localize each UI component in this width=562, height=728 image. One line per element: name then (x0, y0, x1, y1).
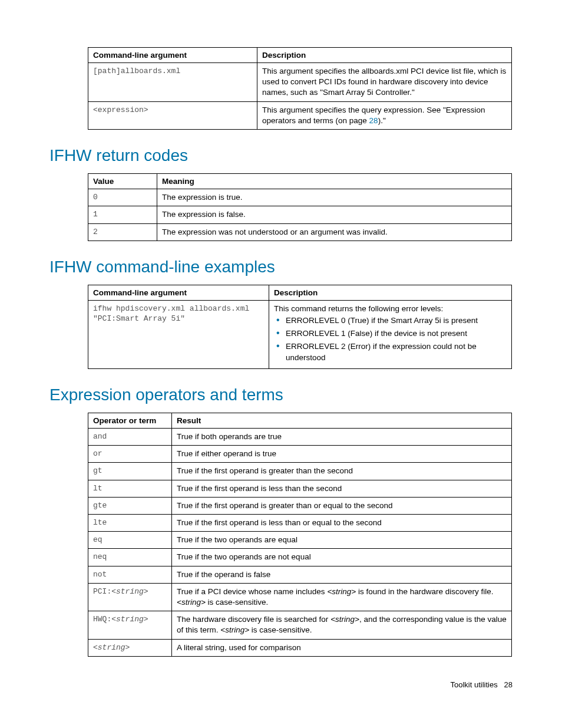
meaning-cell: The expression was not understood or an … (157, 223, 512, 241)
table-row: HWQ:<string> The hardware discovery file… (88, 611, 512, 639)
page-link[interactable]: 28 (369, 116, 378, 125)
desc-cell: This argument specifies the allboards.xm… (257, 63, 512, 102)
footer-page-number: 28 (504, 680, 513, 689)
op-cell: gt (88, 463, 172, 480)
table-header: Value (88, 174, 157, 189)
table-header: Meaning (157, 174, 512, 189)
op-cell: neq (88, 549, 172, 566)
operators-table: Operator or term Result andTrue if both … (88, 413, 512, 657)
return-codes-table: Value Meaning 0 The expression is true. … (88, 173, 512, 241)
op-cell: not (88, 566, 172, 583)
table-row: lteTrue if the first operand is less tha… (88, 514, 512, 531)
res-cell: True if the first operand is less than t… (172, 480, 512, 497)
table-header: Command-line argument (88, 48, 257, 63)
section-heading-operators: Expression operators and terms (49, 386, 513, 404)
res-cell: True if the first operand is less than o… (172, 514, 512, 531)
error-levels-list: ERRORLEVEL 0 (True) if the Smart Array 5… (274, 315, 507, 363)
desc-cell: This argument specifies the query expres… (257, 101, 512, 129)
meaning-cell: The expression is true. (157, 189, 512, 206)
table-header: Result (172, 413, 512, 428)
table-row: notTrue if the operand is false (88, 566, 512, 583)
table-row: ltTrue if the first operand is less than… (88, 480, 512, 497)
table-row: <string> A literal string, used for comp… (88, 639, 512, 656)
table-row: neqTrue if the two operands are not equa… (88, 549, 512, 566)
table-header: Description (269, 285, 512, 300)
op-cell: <string> (88, 639, 172, 656)
section-heading-cli-examples: IFHW command-line examples (49, 258, 513, 276)
op-italic: <string> (111, 615, 148, 624)
res-cell: A literal string, used for comparison (172, 639, 512, 656)
res-italic: <string> (327, 587, 356, 596)
desc-cell: This command returns the following error… (269, 300, 512, 368)
table-row: eqTrue if the two operands are equal (88, 532, 512, 549)
page-footer: Toolkit utilities 28 (49, 680, 513, 689)
op-cell: gte (88, 497, 172, 514)
cli-examples-table: Command-line argument Description ifhw h… (88, 285, 512, 369)
desc-text: )." (378, 116, 386, 125)
res-text: True if a PCI device whose name includes (177, 587, 327, 596)
arg-cell: <expression> (88, 101, 257, 129)
op-cell: lte (88, 514, 172, 531)
op-cell: HWQ:<string> (88, 611, 172, 639)
op-cell: lt (88, 480, 172, 497)
res-text: is found in the hardware discovery file. (356, 587, 493, 596)
op-cell: eq (88, 532, 172, 549)
res-cell: True if either operand is true (172, 446, 512, 463)
res-italic: <string> (177, 598, 206, 607)
footer-label: Toolkit utilities (450, 680, 497, 689)
meaning-cell: The expression is false. (157, 206, 512, 223)
value-cell: 2 (88, 223, 157, 241)
res-cell: True if the first operand is greater tha… (172, 463, 512, 480)
res-cell: True if both operands are true (172, 428, 512, 445)
list-item: ERRORLEVEL 1 (False) if the device is no… (286, 328, 507, 339)
table-header: Operator or term (88, 413, 172, 428)
res-cell: True if the first operand is greater tha… (172, 497, 512, 514)
table-row: <expression> This argument specifies the… (88, 101, 512, 129)
op-prefix: HWQ: (93, 615, 111, 624)
table-row: 0 The expression is true. (88, 189, 512, 206)
table-row: gteTrue if the first operand is greater … (88, 497, 512, 514)
arg-cell: [path]allboards.xml (88, 63, 257, 102)
res-cell: True if the operand is false (172, 566, 512, 583)
op-italic: <string> (111, 587, 148, 596)
op-cell: and (88, 428, 172, 445)
desc-intro: This command returns the following error… (274, 304, 507, 314)
res-text: is case-sensitive. (249, 625, 312, 634)
table-header: Description (257, 48, 512, 63)
res-cell: The hardware discovery file is searched … (172, 611, 512, 639)
res-italic: <string> (220, 625, 249, 634)
table-row: PCI:<string> True if a PCI device whose … (88, 583, 512, 611)
res-text: The hardware discovery file is searched … (177, 615, 330, 624)
table-row: ifhw hpdiscovery.xml allboards.xml "PCI:… (88, 300, 512, 368)
res-italic: <string> (330, 615, 359, 624)
res-cell: True if the two operands are not equal (172, 549, 512, 566)
value-cell: 1 (88, 206, 157, 223)
res-cell: True if the two operands are equal (172, 532, 512, 549)
table-row: orTrue if either operand is true (88, 446, 512, 463)
res-cell: True if a PCI device whose name includes… (172, 583, 512, 611)
section-heading-return-codes: IFHW return codes (49, 146, 513, 165)
table-row: andTrue if both operands are true (88, 428, 512, 445)
op-cell: or (88, 446, 172, 463)
table-row: 1 The expression is false. (88, 206, 512, 223)
table-header: Command-line argument (88, 285, 269, 300)
cli-args-table: Command-line argument Description [path]… (88, 47, 512, 130)
value-cell: 0 (88, 189, 157, 206)
list-item: ERRORLEVEL 2 (Error) if the expression c… (286, 341, 507, 363)
list-item: ERRORLEVEL 0 (True) if the Smart Array 5… (286, 315, 507, 326)
op-prefix: PCI: (93, 587, 111, 596)
table-row: 2 The expression was not understood or a… (88, 223, 512, 241)
table-row: gtTrue if the first operand is greater t… (88, 463, 512, 480)
arg-cell: ifhw hpdiscovery.xml allboards.xml "PCI:… (88, 300, 269, 368)
res-text: is case-sensitive. (206, 598, 269, 607)
op-cell: PCI:<string> (88, 583, 172, 611)
table-row: [path]allboards.xml This argument specif… (88, 63, 512, 102)
